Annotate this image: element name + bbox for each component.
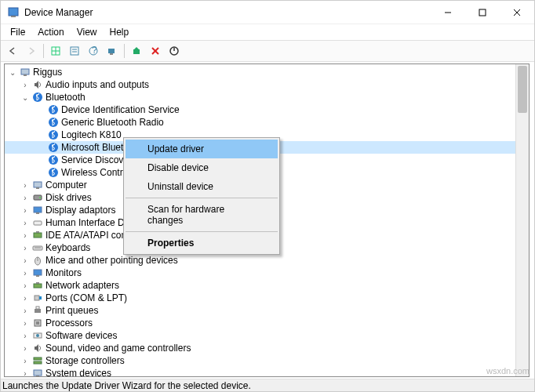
expand-icon[interactable]: › — [20, 357, 30, 365]
category-mice[interactable]: ›Mice and other pointing devices — [5, 254, 529, 267]
expand-icon[interactable]: › — [20, 344, 30, 353]
menu-update-driver[interactable]: Update driver — [126, 140, 278, 158]
expand-icon[interactable]: › — [20, 294, 30, 303]
tree-root[interactable]: ⌄ Riggus — [5, 66, 529, 78]
minimize-button[interactable] — [431, 1, 465, 24]
svg-rect-57 — [34, 370, 42, 376]
category-processors[interactable]: ›Processors — [5, 317, 529, 329]
svg-rect-44 — [36, 275, 39, 277]
category-system[interactable]: ›System devices — [5, 367, 529, 377]
menu-action[interactable]: Action — [33, 25, 68, 39]
expand-icon[interactable]: › — [20, 181, 30, 190]
bluetooth-icon — [47, 166, 60, 179]
expand-icon[interactable]: › — [20, 81, 30, 89]
expand-icon[interactable]: › — [20, 269, 30, 278]
bluetooth-icon — [47, 154, 60, 166]
help-button[interactable]: ? — [85, 42, 102, 60]
back-button[interactable] — [4, 42, 21, 60]
bluetooth-icon — [47, 116, 60, 129]
expand-icon[interactable]: › — [20, 307, 30, 315]
watermark: wsxdn.com — [486, 366, 530, 376]
svg-rect-22 — [24, 74, 27, 76]
vertical-scrollbar[interactable] — [515, 64, 529, 376]
category-network[interactable]: ›Network adapters — [5, 279, 529, 292]
maximize-button[interactable] — [465, 1, 500, 24]
menu-disable-device[interactable]: Disable device — [126, 158, 278, 177]
expand-icon[interactable]: › — [20, 194, 30, 202]
computer-icon — [31, 179, 44, 191]
context-menu: Update driver Disable device Uninstall d… — [123, 137, 280, 255]
svg-rect-21 — [21, 69, 29, 74]
close-button[interactable] — [500, 1, 534, 24]
category-audio[interactable]: › Audio inputs and outputs — [5, 78, 529, 91]
menu-properties[interactable]: Properties — [126, 234, 278, 252]
expand-icon[interactable]: › — [20, 319, 30, 328]
svg-rect-43 — [34, 270, 42, 275]
svg-rect-52 — [36, 321, 39, 325]
expand-icon[interactable]: › — [20, 281, 30, 290]
svg-rect-1 — [11, 16, 16, 17]
app-icon — [7, 6, 20, 19]
svg-point-54 — [36, 334, 39, 337]
scan-button[interactable] — [104, 42, 121, 60]
svg-text:?: ? — [92, 45, 97, 56]
status-bar: Launches the Update Driver Wizard for th… — [1, 379, 534, 391]
menu-scan-hardware[interactable]: Scan for hardware changes — [126, 200, 278, 230]
expand-icon[interactable]: › — [20, 332, 30, 340]
expand-icon[interactable]: › — [20, 369, 30, 378]
disable-button[interactable] — [166, 42, 183, 60]
uninstall-button[interactable] — [147, 42, 164, 60]
category-sound[interactable]: ›Sound, video and game controllers — [5, 342, 529, 354]
expand-icon[interactable]: › — [20, 219, 30, 227]
category-software[interactable]: ›Software devices — [5, 329, 529, 342]
svg-point-33 — [39, 197, 41, 198]
properties-button[interactable] — [66, 42, 83, 60]
menu-file[interactable]: File — [5, 25, 30, 39]
svg-rect-45 — [34, 284, 42, 288]
monitor-icon — [31, 267, 44, 279]
update-driver-button[interactable] — [128, 42, 145, 60]
svg-rect-9 — [71, 47, 78, 55]
menu-uninstall-device[interactable]: Uninstall device — [126, 177, 278, 196]
bluetooth-icon — [31, 91, 44, 103]
forward-button[interactable] — [23, 42, 40, 60]
toolbar-separator — [43, 44, 44, 58]
collapse-icon[interactable]: ⌄ — [20, 93, 30, 102]
mouse-icon — [31, 254, 44, 267]
category-storage[interactable]: ›Storage controllers — [5, 354, 529, 367]
menu-separator — [126, 231, 278, 232]
expand-icon[interactable]: › — [20, 244, 30, 252]
expand-icon[interactable]: › — [20, 231, 30, 240]
printer-icon — [31, 304, 44, 317]
port-icon — [31, 292, 44, 304]
svg-rect-15 — [110, 53, 113, 55]
expand-icon[interactable]: › — [20, 206, 30, 215]
device-item[interactable]: Generic Bluetooth Radio — [5, 116, 529, 129]
category-print[interactable]: ›Print queues — [5, 304, 529, 317]
category-monitors[interactable]: ›Monitors — [5, 267, 529, 279]
menu-separator — [126, 198, 278, 198]
audio-icon — [31, 78, 44, 91]
title-bar: Device Manager — [1, 1, 534, 24]
svg-rect-16 — [133, 49, 140, 54]
toolbar: ? — [1, 40, 534, 62]
show-hide-tree-button[interactable] — [47, 42, 64, 60]
category-bluetooth[interactable]: ⌄ Bluetooth — [5, 91, 529, 103]
tree-root-label: Riggus — [33, 67, 62, 78]
collapse-icon[interactable]: ⌄ — [8, 68, 17, 77]
svg-rect-14 — [108, 49, 115, 53]
svg-rect-49 — [35, 309, 41, 313]
svg-rect-48 — [39, 296, 42, 299]
cpu-icon — [31, 317, 44, 329]
category-ports[interactable]: ›Ports (COM & LPT) — [5, 292, 529, 304]
svg-rect-34 — [34, 207, 42, 212]
svg-rect-0 — [9, 8, 18, 16]
menu-help[interactable]: Help — [105, 25, 134, 39]
bluetooth-icon — [47, 103, 60, 116]
svg-rect-30 — [34, 182, 42, 187]
svg-rect-37 — [34, 233, 42, 238]
menu-view[interactable]: View — [72, 25, 102, 39]
device-item[interactable]: Device Identification Service — [5, 103, 529, 116]
expand-icon[interactable]: › — [20, 256, 30, 265]
svg-rect-55 — [34, 358, 42, 360]
